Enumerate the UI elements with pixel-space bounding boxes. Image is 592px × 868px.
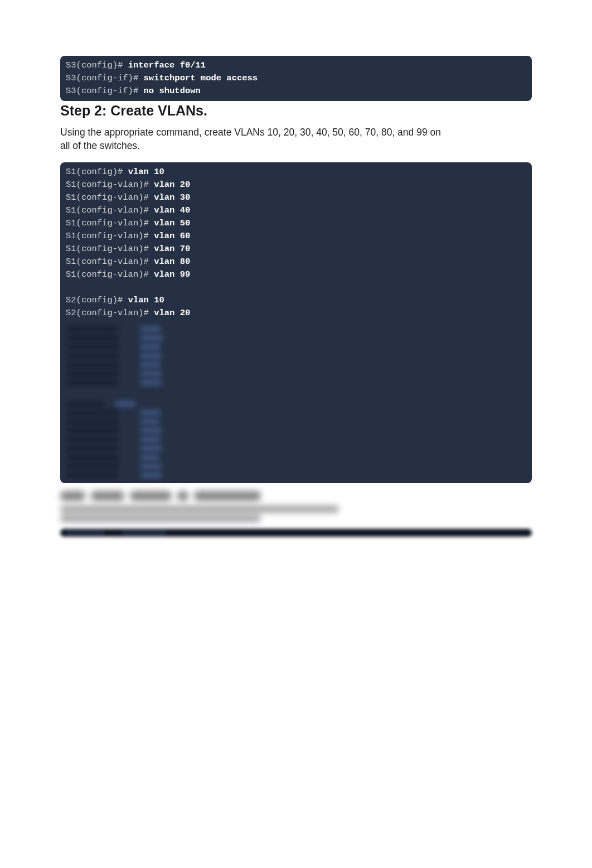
prompt: S1(config-vlan)# [66, 180, 154, 190]
blank-line [60, 281, 532, 294]
prompt: S2(config-vlan)# [66, 308, 154, 318]
command: vlan 20 [154, 308, 190, 318]
code-line: S1(config-vlan)# vlan 99 [60, 268, 532, 281]
code-line: S1(config-vlan)# vlan 20 [60, 179, 532, 191]
prompt: S1(config-vlan)# [66, 269, 154, 279]
command: no shutdown [144, 86, 201, 96]
blurred-step3-heading [60, 491, 532, 501]
code-line: S1(config-vlan)# vlan 30 [60, 191, 532, 204]
command: vlan 10 [128, 167, 164, 177]
command: vlan 40 [154, 205, 190, 215]
command: vlan 30 [154, 192, 190, 202]
command: vlan 80 [154, 257, 190, 267]
prompt: S3(config-if)# [66, 86, 144, 96]
command: vlan 70 [154, 244, 190, 254]
code-line: S1(config-vlan)# vlan 70 [60, 243, 532, 255]
command: vlan 60 [154, 231, 190, 241]
code-line: S2(config-vlan)# vlan 20 [60, 307, 532, 320]
prompt: S1(config-vlan)# [66, 205, 154, 215]
prompt: S1(config-vlan)# [66, 192, 154, 202]
prompt: S2(config)# [66, 295, 128, 305]
command: vlan 99 [154, 269, 190, 279]
command: vlan 10 [128, 295, 164, 305]
prompt: S1(config)# [66, 167, 128, 177]
command: switchport mode access [144, 73, 258, 83]
code-line: S3(config-if)# no shutdown [60, 85, 532, 98]
code-line: S2(config)# vlan 10 [60, 294, 532, 307]
prompt: S1(config-vlan)# [66, 218, 154, 228]
step2-body: Using the appropriate command, create VL… [60, 126, 450, 152]
prompt: S1(config-vlan)# [66, 244, 154, 254]
blurred-code-continuation [60, 323, 532, 483]
code-line: S1(config-vlan)# vlan 40 [60, 204, 532, 217]
code-line: S3(config)# interface f0/11 [60, 59, 532, 72]
prompt: S3(config-if)# [66, 73, 144, 83]
prompt: S1(config-vlan)# [66, 231, 154, 241]
step2-heading: Step 2: Create VLANs. [60, 103, 532, 119]
code-line: S1(config)# vlan 10 [60, 166, 532, 179]
blurred-step3-body [60, 505, 532, 522]
code-line: S3(config-if)# switchport mode access [60, 72, 532, 85]
command: interface f0/11 [128, 60, 206, 70]
command: vlan 20 [154, 180, 190, 190]
command: vlan 50 [154, 218, 190, 228]
code-block-vlans: S1(config)# vlan 10S1(config-vlan)# vlan… [60, 162, 532, 323]
prompt: S1(config-vlan)# [66, 257, 154, 267]
code-line: S1(config-vlan)# vlan 80 [60, 255, 532, 268]
code-line: S1(config-vlan)# vlan 50 [60, 217, 532, 230]
page: S3(config)# interface f0/11S3(config-if)… [0, 0, 592, 537]
blurred-next-code-bar [60, 529, 532, 537]
code-block-interface: S3(config)# interface f0/11S3(config-if)… [60, 56, 532, 101]
code-line: S1(config-vlan)# vlan 60 [60, 230, 532, 243]
prompt: S3(config)# [66, 60, 128, 70]
